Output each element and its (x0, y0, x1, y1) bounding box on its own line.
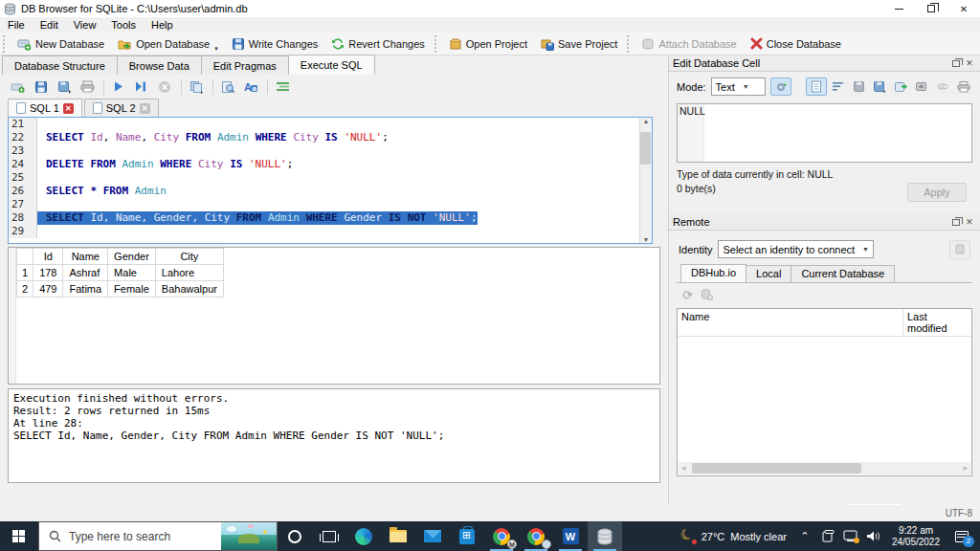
scroll-thumb[interactable] (692, 463, 861, 474)
close-button[interactable]: ✕ (947, 0, 980, 17)
open-database-button[interactable]: Open Database▾ (111, 33, 225, 55)
mail-icon[interactable] (415, 521, 450, 551)
column-header-name[interactable]: Name (63, 249, 108, 265)
execution-log[interactable]: Execution finished without errors.Result… (8, 388, 660, 483)
editor-line[interactable]: 22SELECT Id, Name, City FROM Admin WHERE… (38, 131, 639, 144)
editor-line[interactable]: 23 (38, 144, 639, 158)
editor-line[interactable]: 28SELECT Id, Name, Gender, City FROM Adm… (38, 211, 639, 225)
editor-line[interactable]: 24DELETE FROM Admin WHERE City IS 'NULL'… (38, 158, 639, 171)
remote-tab-local[interactable]: Local (746, 265, 791, 282)
save-project-button[interactable]: Save Project (534, 33, 624, 55)
db-browser-taskbar-icon[interactable] (588, 521, 622, 551)
cell-value[interactable]: Lahore (155, 265, 223, 281)
editor-line[interactable]: 27 (38, 198, 639, 211)
remote-tab-dbhub-io[interactable]: DBHub.io (680, 264, 746, 282)
export-cell-icon[interactable] (911, 77, 932, 96)
save-cell-icon[interactable] (848, 77, 869, 96)
toggle-results-icon[interactable] (272, 78, 293, 96)
remote-list-col-name[interactable]: Name (678, 309, 902, 336)
chrome-icon-2[interactable] (519, 521, 553, 551)
editor-line[interactable]: 26SELECT * FROM Admin (38, 185, 639, 198)
revert-changes-button[interactable]: Revert Changes (324, 33, 432, 55)
cortana-icon[interactable] (278, 521, 312, 551)
start-button[interactable] (0, 521, 38, 551)
minimize-button[interactable] (882, 0, 915, 17)
tray-cast-icon[interactable] (840, 521, 861, 551)
sql-doc-tab-sql-1[interactable]: SQL 1✕ (8, 99, 82, 117)
volume-icon[interactable] (863, 521, 884, 551)
find-replace-icon[interactable] (217, 78, 238, 96)
format-icon[interactable]: Aa (240, 78, 261, 96)
cell-value-editor[interactable]: NULL (677, 103, 972, 163)
tab-execute-sql[interactable]: Execute SQL (288, 55, 375, 75)
restore-button[interactable] (915, 0, 947, 17)
menu-help[interactable]: Help (144, 18, 181, 32)
scroll-right-icon[interactable]: > (959, 464, 970, 473)
float-panel-icon[interactable] (949, 57, 963, 69)
stop-icon[interactable] (154, 78, 175, 96)
open-project-button[interactable]: Open Project (442, 33, 534, 55)
float-panel-icon[interactable] (949, 216, 963, 228)
write-changes-button[interactable]: Write Changes (225, 33, 325, 55)
document-view-icon[interactable] (806, 77, 827, 96)
save-as-icon[interactable] (54, 78, 75, 96)
close-tab-icon[interactable]: ✕ (63, 103, 74, 114)
tab-edit-pragmas[interactable]: Edit Pragmas (201, 55, 289, 75)
cell-value[interactable]: Fatima (63, 281, 108, 298)
table-row[interactable]: 1178AshrafMaleLahore (17, 265, 224, 281)
tab-database-structure[interactable]: Database Structure (2, 55, 118, 75)
tray-chevron-up-icon[interactable]: ⌃ (794, 521, 815, 551)
new-database-button[interactable]: New Database (11, 33, 111, 55)
cell-value[interactable]: Bahawalpur (155, 281, 223, 298)
table-row[interactable]: 2479FatimaFemaleBahawalpur (17, 281, 224, 298)
close-panel-icon[interactable]: ✕ (963, 57, 976, 69)
import-cell-icon[interactable] (890, 77, 911, 96)
apply-button[interactable]: Apply (907, 183, 967, 202)
save-as-cell-icon[interactable] (869, 77, 890, 96)
column-header-city[interactable]: City (155, 249, 223, 265)
cell-value[interactable]: 178 (33, 265, 63, 281)
identity-settings-icon[interactable] (949, 240, 970, 259)
cell-value[interactable]: Female (108, 281, 156, 298)
editor-line[interactable]: 29 (38, 225, 639, 238)
menu-file[interactable]: File (0, 18, 33, 32)
chrome-icon[interactable]: M (484, 521, 519, 551)
results-table[interactable]: IdNameGenderCity1178AshrafMaleLahore2479… (16, 248, 224, 298)
cell-value[interactable]: Ashraf (63, 265, 108, 281)
sql-code-area[interactable]: 2122SELECT Id, Name, City FROM Admin WHE… (38, 118, 639, 243)
cell-value[interactable]: 479 (33, 281, 63, 298)
menu-view[interactable]: View (66, 18, 104, 32)
task-view-icon[interactable] (312, 521, 346, 551)
clock-widget[interactable]: 9:22 am 24/05/2022 (886, 525, 946, 548)
edge-icon[interactable] (346, 521, 381, 551)
save-sql-file-icon[interactable] (31, 78, 52, 96)
tab-browse-data[interactable]: Browse Data (117, 55, 202, 75)
close-tab-icon[interactable]: ✕ (140, 103, 150, 114)
refresh-icon[interactable]: ⟳ (682, 288, 693, 303)
identity-select[interactable]: Select an identity to connect▼ (718, 240, 874, 258)
file-explorer-icon[interactable] (381, 521, 415, 551)
cell-value[interactable]: Male (108, 265, 156, 281)
execute-line-icon[interactable] (131, 78, 152, 96)
column-header-gender[interactable]: Gender (108, 249, 156, 265)
remote-tab-current-database[interactable]: Current Database (791, 265, 895, 282)
word-wrap-icon[interactable] (827, 77, 848, 96)
scroll-left-icon[interactable]: < (679, 464, 690, 473)
execute-all-icon[interactable] (108, 78, 129, 96)
mode-select[interactable]: Text▼ (711, 77, 767, 96)
search-highlight-image[interactable] (221, 522, 277, 550)
menu-tools[interactable]: Tools (103, 18, 144, 32)
tray-phone-icon[interactable] (817, 521, 838, 551)
clone-database-icon[interactable] (701, 288, 713, 303)
store-icon[interactable] (450, 521, 484, 551)
action-center-icon[interactable]: 2 (947, 521, 976, 551)
sql-doc-tab-sql-2[interactable]: SQL 2✕ (84, 99, 159, 117)
null-cell-icon[interactable] (932, 77, 953, 96)
remote-horizontal-scrollbar[interactable]: < > (679, 462, 970, 474)
editor-scroll-thumb[interactable] (640, 132, 651, 165)
column-header-id[interactable]: Id (33, 249, 63, 265)
search-box[interactable]: Type here to search (38, 521, 278, 551)
editor-line[interactable]: 21 (38, 118, 639, 131)
sql-editor[interactable]: 2122SELECT Id, Name, City FROM Admin WHE… (8, 117, 653, 244)
word-icon[interactable]: W (553, 521, 588, 551)
